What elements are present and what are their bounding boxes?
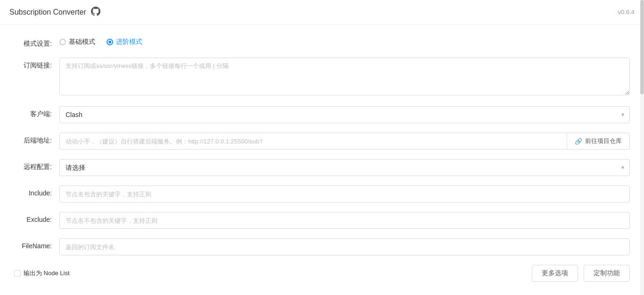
mode-label: 模式设置: (14, 36, 52, 48)
remote-select-wrapper: 请选择 ▾ (59, 159, 630, 176)
nodelist-checkbox (14, 270, 21, 277)
client-content: Clash V2Ray Surge Quantumult Quantumult … (59, 106, 630, 123)
main-content: 模式设置: 基础模式 进阶模式 订阅链接: 客户端: (0, 25, 644, 295)
client-select-wrapper: Clash V2Ray Surge Quantumult Quantumult … (59, 106, 630, 123)
client-select[interactable]: Clash V2Ray Surge Quantumult Quantumult … (59, 106, 630, 123)
subscription-input[interactable] (59, 58, 630, 95)
filename-input[interactable] (59, 238, 630, 255)
radio-basic[interactable]: 基础模式 (59, 38, 95, 46)
include-row: Include: (14, 185, 630, 202)
filename-row: FileName: (14, 238, 630, 255)
nodelist-checkbox-wrapper[interactable]: 输出为 Node List (14, 269, 70, 278)
github-icon[interactable] (91, 7, 100, 17)
exclude-label: Exclude: (14, 212, 52, 223)
remote-config-label: 远程配置: (14, 159, 52, 171)
radio-advanced[interactable]: 进阶模式 (107, 38, 142, 46)
remote-config-row: 远程配置: 请选择 ▾ (14, 159, 630, 176)
client-label: 客户端: (14, 106, 52, 118)
more-options-button[interactable]: 更多选项 (532, 265, 578, 282)
remote-config-content: 请选择 ▾ (59, 159, 630, 176)
footer-left: 输出为 Node List (14, 269, 70, 278)
link-icon: 🔗 (575, 138, 582, 145)
filename-content (59, 238, 630, 255)
backend-row: 后端地址: 🔗 前往项目仓库 (14, 133, 630, 150)
nodelist-label: 输出为 Node List (24, 269, 70, 278)
exclude-row: Exclude: (14, 212, 630, 229)
radio-advanced-circle (107, 39, 113, 45)
radio-basic-circle (59, 39, 66, 45)
include-input[interactable] (59, 185, 630, 202)
remote-select[interactable]: 请选择 (59, 159, 630, 176)
header-left: Subscription Converter (9, 7, 100, 17)
mode-options: 基础模式 进阶模式 (59, 36, 630, 46)
footer-row: 输出为 Node List 更多选项 定制功能 (14, 265, 630, 289)
client-row: 客户端: Clash V2Ray Surge Quantumult Quantu… (14, 106, 630, 123)
goto-repo-button[interactable]: 🔗 前往项目仓库 (567, 133, 630, 150)
include-label: Include: (14, 185, 52, 197)
exclude-content (59, 212, 630, 229)
footer-right: 更多选项 定制功能 (532, 265, 630, 282)
include-content (59, 185, 630, 202)
backend-input[interactable] (59, 133, 567, 150)
subscription-label: 订阅链接: (14, 58, 52, 70)
mode-row: 模式设置: 基础模式 进阶模式 (14, 36, 630, 48)
backend-label: 后端地址: (14, 133, 52, 145)
subscription-row: 订阅链接: (14, 58, 630, 97)
version-label: v0.6.4 (618, 8, 635, 16)
radio-advanced-label: 进阶模式 (116, 38, 142, 46)
backend-content: 🔗 前往项目仓库 (59, 133, 630, 150)
filename-label: FileName: (14, 238, 52, 250)
header: Subscription Converter v0.6.4 (0, 0, 644, 25)
custom-button[interactable]: 定制功能 (584, 265, 630, 282)
radio-basic-label: 基础模式 (69, 38, 95, 46)
exclude-input[interactable] (59, 212, 630, 229)
subscription-content (59, 58, 630, 97)
goto-repo-label: 前往项目仓库 (585, 137, 622, 145)
app-title: Subscription Converter (9, 8, 86, 17)
